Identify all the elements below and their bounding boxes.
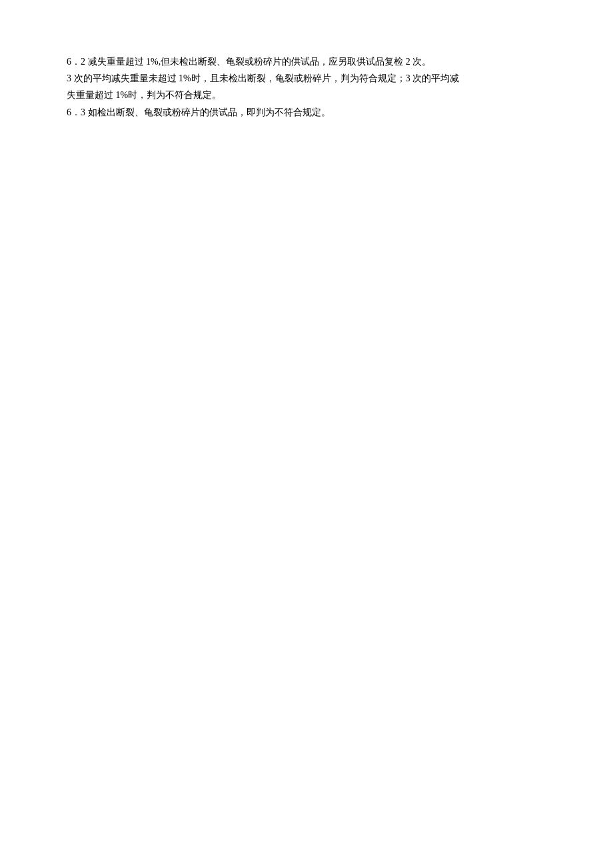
paragraph1-line2: 3 次的平均减失重量未超过 1%时，且未检出断裂，龟裂或粉碎片，判为符合规定；3… [67, 70, 546, 87]
paragraph1-line3: 失重量超过 1%时，判为不符合规定。 [67, 87, 546, 103]
text-block-section-6-2: 6．2 减失重量超过 1%,但未检出断裂、龟裂或粉碎片的供试品，应另取供试品复检… [67, 53, 546, 121]
paragraph2-line1: 6．3 如检出断裂、龟裂或粉碎片的供试品，即判为不符合规定。 [67, 104, 546, 121]
paragraph1-line1: 6．2 减失重量超过 1%,但未检出断裂、龟裂或粉碎片的供试品，应另取供试品复检… [67, 53, 546, 70]
page-content: 6．2 减失重量超过 1%,但未检出断裂、龟裂或粉碎片的供试品，应另取供试品复检… [0, 0, 613, 174]
